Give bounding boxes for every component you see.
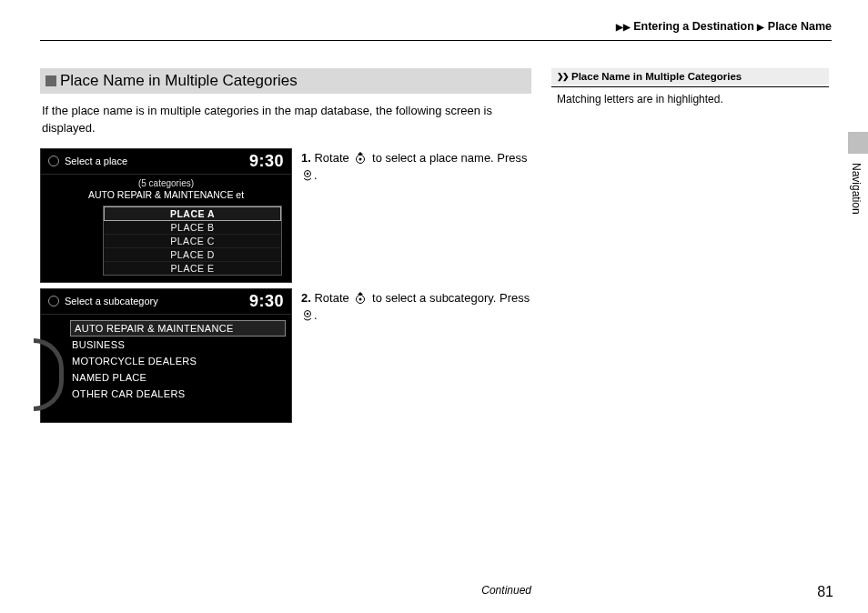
side-header: ❯❯ Place Name in Multiple Categories [551, 68, 829, 85]
rotate-knob-icon [352, 292, 368, 305]
list-item: PLACE E [104, 262, 281, 275]
place-list: PLACE A PLACE B PLACE C PLACE D PLACE E [103, 206, 282, 276]
divider [40, 40, 832, 41]
svg-marker-5 [358, 292, 363, 295]
list-item: AUTO REPAIR & MAINTENANCE [70, 320, 286, 337]
screenshot-select-place: Select a place 9:30 (5 categories) AUTO … [40, 148, 292, 283]
svg-point-4 [307, 172, 308, 174]
breadcrumb-b: Place Name [768, 20, 832, 33]
divider [551, 86, 829, 87]
svg-point-7 [359, 297, 362, 300]
triangle-icon: ▶▶ [616, 22, 631, 32]
list-item: NAMED PLACE [70, 369, 286, 386]
list-item: BUSINESS [70, 337, 286, 353]
screen1-subbig: AUTO REPAIR & MAINTENANCE et [41, 189, 291, 200]
svg-marker-0 [358, 152, 363, 155]
subcategory-list: AUTO REPAIR & MAINTENANCE BUSINESS MOTOR… [70, 320, 286, 402]
clock: 9:30 [249, 152, 284, 171]
side-tab-label: Navigation [846, 154, 863, 215]
tab-marker [848, 132, 868, 154]
continued-label: Continued [40, 584, 531, 597]
side-tab: Navigation [846, 132, 868, 232]
side-column: ❯❯ Place Name in Multiple Categories Mat… [551, 68, 829, 428]
screen1-header: Select a place [65, 156, 127, 166]
list-item: PLACE A [104, 206, 281, 221]
section-title: Place Name in Multiple Categories [40, 68, 531, 94]
dial-arc-icon [34, 338, 64, 411]
step-1-text: 1. Rotate to select a place name. Press … [301, 148, 531, 283]
back-ring-icon [48, 296, 59, 306]
screenshot-select-subcategory: Select a subcategory 9:30 AUTO REPAIR & … [40, 288, 292, 423]
breadcrumb-a: Entering a Destination [633, 20, 754, 33]
step-2-text: 2. Rotate to select a subcategory. Press… [301, 288, 531, 423]
chevron-icon: ❯❯ [557, 72, 568, 81]
square-icon [45, 75, 56, 86]
step-number: 1. [301, 151, 311, 165]
main-column: Place Name in Multiple Categories If the… [40, 68, 531, 428]
press-knob-icon [301, 169, 314, 182]
list-item: OTHER CAR DEALERS [70, 386, 286, 402]
list-item: PLACE B [104, 221, 281, 235]
side-title: Place Name in Multiple Categories [571, 71, 742, 82]
svg-point-9 [307, 312, 308, 314]
svg-point-2 [359, 157, 362, 160]
list-item: MOTORCYCLE DEALERS [70, 353, 286, 369]
page-number: 81 [817, 584, 833, 600]
rotate-knob-icon [352, 152, 368, 165]
clock: 9:30 [249, 292, 284, 311]
screen2-header: Select a subcategory [65, 296, 158, 306]
screen1-subsmall: (5 categories) [41, 178, 291, 188]
side-note: Matching letters are in highlighted. [551, 93, 829, 106]
step-number: 2. [301, 291, 311, 305]
section-title-text: Place Name in Multiple Categories [60, 72, 298, 90]
intro-text: If the place name is in multiple categor… [42, 103, 530, 137]
triangle-icon: ▶ [757, 22, 764, 32]
press-knob-icon [301, 309, 314, 322]
list-item: PLACE D [104, 248, 281, 262]
back-ring-icon [48, 156, 59, 166]
list-item: PLACE C [104, 235, 281, 248]
breadcrumb: ▶▶ Entering a Destination ▶ Place Name [40, 18, 832, 36]
